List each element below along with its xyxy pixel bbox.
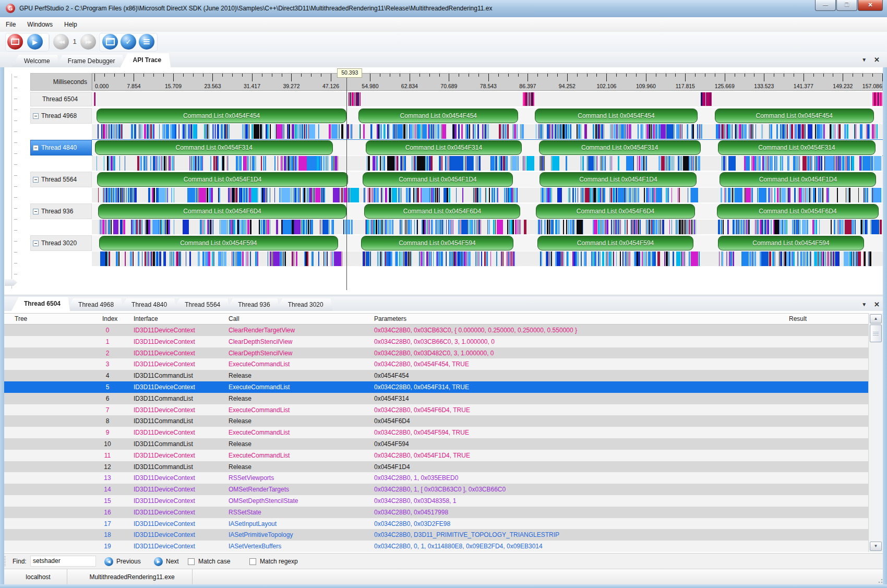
column-header-tree[interactable]: Tree <box>15 314 27 324</box>
thread-label-thread-936[interactable]: Thread 936 <box>30 203 92 219</box>
scroll-thumb[interactable] <box>870 325 882 342</box>
table-row[interactable]: 18ID3D11DeviceContextIASetPrimitiveTopol… <box>4 529 868 541</box>
match-case-option[interactable]: Match case <box>188 554 230 569</box>
table-row[interactable]: 19ID3D11DeviceContextIASetVertexBuffers0… <box>4 541 868 552</box>
command-list-bar[interactable]: Command List 0x0454F594 <box>99 236 338 250</box>
play-button[interactable]: ▶ <box>27 34 43 50</box>
command-list-bar[interactable]: Command List 0x0454F594 <box>718 236 865 250</box>
timeline-ruler[interactable]: 0.0007.85415.70923.56331.41739.27247.126… <box>92 73 883 91</box>
thread-label-thread-5564[interactable]: Thread 5564 <box>30 172 92 187</box>
column-header-interface[interactable]: Interface <box>134 314 158 324</box>
thread-label-thread-4840[interactable]: Thread 4840 <box>30 140 92 155</box>
command-list-bar[interactable]: Command List 0x0454F6D4 <box>364 204 520 219</box>
match-regexp-option[interactable]: Match regexp <box>249 554 298 569</box>
thread-activity-barcode[interactable] <box>92 156 883 171</box>
menu-help[interactable]: Help <box>58 17 83 32</box>
object-list-button[interactable] <box>139 34 154 50</box>
command-list-bar[interactable]: Command List 0x0454F454 <box>358 109 518 123</box>
table-row[interactable]: 14ID3D11DeviceContextOMSetRenderTargets0… <box>4 484 868 495</box>
thread-tab-thread-4968[interactable]: Thread 4968 <box>66 298 123 311</box>
command-list-bar[interactable]: Command List 0x0454F454 <box>715 109 874 123</box>
thread-tab-close-icon[interactable]: ✕ <box>874 301 880 308</box>
thread-tab-thread-936[interactable]: Thread 936 <box>225 298 279 311</box>
scroll-up-button[interactable]: ▲ <box>870 314 882 323</box>
close-button[interactable]: ✕ <box>858 0 883 11</box>
collapse-expander-icon[interactable] <box>33 177 39 183</box>
table-row[interactable]: 1ID3D11DeviceContextClearDepthStencilVie… <box>4 336 868 347</box>
thread-activity-barcode[interactable] <box>92 220 883 234</box>
table-row[interactable]: 7ID3D11DeviceContextExecuteCommandList0x… <box>4 404 868 416</box>
timeline-zoom-slider[interactable] <box>5 279 17 286</box>
table-row[interactable]: 6ID3D11CommandListRelease0x0454F314 <box>4 393 868 404</box>
table-row[interactable]: 11ID3D11DeviceContextExecuteCommandList0… <box>4 450 868 461</box>
match-regexp-checkbox[interactable] <box>249 558 256 565</box>
thread-tab-thread-6504[interactable]: Thread 6504 <box>11 297 70 311</box>
connection-button[interactable] <box>7 34 23 50</box>
thread-tab-dropdown-icon[interactable]: ▼ <box>861 301 867 308</box>
command-list-bar[interactable]: Command List 0x0454F314 <box>718 140 876 155</box>
collapse-expander-icon[interactable] <box>33 209 39 214</box>
command-list-bar[interactable]: Command List 0x0454F1D4 <box>540 172 697 187</box>
main-thread-activity[interactable] <box>92 92 883 106</box>
command-list-bar[interactable]: Command List 0x0454F1D4 <box>97 172 349 187</box>
tab-api-trace[interactable]: API Trace <box>121 53 171 67</box>
thread-label-thread-3020[interactable]: Thread 3020 <box>30 235 92 251</box>
command-list-bar[interactable]: Command List 0x0454F1D4 <box>363 172 512 187</box>
tab-welcome[interactable]: Welcome <box>11 55 59 67</box>
table-row[interactable]: 9ID3D11DeviceContextExecuteCommandList0x… <box>4 427 868 438</box>
tab-close-icon[interactable]: ✕ <box>874 56 880 64</box>
thread-activity-barcode[interactable] <box>92 124 883 139</box>
scroll-down-button[interactable]: ▼ <box>870 542 882 551</box>
collapse-expander-icon[interactable] <box>33 145 39 151</box>
table-row[interactable]: 10ID3D11CommandListRelease0x0454F594 <box>4 438 868 450</box>
thread-tab-thread-3020[interactable]: Thread 3020 <box>275 298 333 311</box>
table-row[interactable]: 3ID3D11DeviceContextExecuteCommandList0x… <box>4 358 868 370</box>
table-row[interactable]: 0ID3D11DeviceContextClearRenderTargetVie… <box>4 325 868 336</box>
command-list-bar[interactable]: Command List 0x0454F314 <box>539 140 701 155</box>
command-list-bar[interactable]: Command List 0x0454F6D4 <box>536 204 696 219</box>
command-list-bar[interactable]: Command List 0x0454F314 <box>95 140 333 155</box>
zoom-track[interactable] <box>11 74 12 289</box>
command-list-bar[interactable]: Command List 0x0454F454 <box>97 109 347 123</box>
table-row[interactable]: 17ID3D11DeviceContextIASetInputLayout0x0… <box>4 518 868 530</box>
title-bar[interactable]: G GPU PerfStudio 2 - C:\Program Files (x… <box>0 0 887 18</box>
column-header-parameters[interactable]: Parameters <box>374 314 406 324</box>
next-frame-button[interactable]: ▶▶ <box>80 34 96 50</box>
profiler-button[interactable]: ✓ <box>121 34 136 50</box>
table-row[interactable]: 8ID3D11CommandListRelease0x0454F6D4 <box>4 415 868 427</box>
thread-activity-barcode[interactable] <box>92 188 883 202</box>
vertical-scrollbar[interactable]: ▲ ▼ <box>868 313 883 552</box>
thread-activity-barcode[interactable] <box>92 251 883 266</box>
command-list-bar[interactable]: Command List 0x0454F6D4 <box>98 204 347 219</box>
command-list-bar[interactable]: Command List 0x0454F594 <box>537 236 694 250</box>
menu-windows[interactable]: Windows <box>21 17 58 32</box>
menu-file[interactable]: File <box>0 17 21 32</box>
screen-view-button[interactable] <box>102 34 118 50</box>
find-next-button[interactable]: ▶ Next <box>154 554 179 569</box>
collapse-expander-icon[interactable] <box>33 241 39 246</box>
thread-tab-thread-5564[interactable]: Thread 5564 <box>172 298 230 311</box>
table-row[interactable]: 5ID3D11DeviceContextExecuteCommandList0x… <box>4 381 868 393</box>
table-row[interactable]: 4ID3D11CommandListRelease0x0454F454 <box>4 370 868 381</box>
tab-dropdown-icon[interactable]: ▼ <box>861 56 867 64</box>
command-list-bar[interactable]: Command List 0x0454F1D4 <box>720 172 876 187</box>
time-marker-line[interactable] <box>346 73 347 290</box>
column-header-call[interactable]: Call <box>229 314 239 324</box>
maximize-button[interactable]: ❐ <box>836 0 857 11</box>
command-list-bar[interactable]: Command List 0x0454F454 <box>535 109 698 123</box>
table-row[interactable]: 13ID3D11DeviceContextRSSetViewports0x034… <box>4 472 868 484</box>
column-header-index[interactable]: Index <box>102 314 117 324</box>
thread-label-thread-4968[interactable]: Thread 4968 <box>30 108 92 124</box>
find-bar-grip[interactable] <box>4 556 6 567</box>
tab-frame-debugger[interactable]: Frame Debugger <box>55 55 125 67</box>
find-input[interactable]: setshader <box>30 556 96 567</box>
prev-frame-button[interactable]: ◀◀ <box>53 34 69 50</box>
table-row[interactable]: 16ID3D11DeviceContextRSSetState0x034C28B… <box>4 507 868 518</box>
find-previous-button[interactable]: ◀ Previous <box>104 554 141 569</box>
table-row[interactable]: 2ID3D11DeviceContextClearDepthStencilVie… <box>4 347 868 359</box>
table-row[interactable]: 12ID3D11CommandListRelease0x0454F1D4 <box>4 461 868 473</box>
command-list-bar[interactable]: Command List 0x0454F594 <box>361 236 513 250</box>
thread-tab-thread-4840[interactable]: Thread 4840 <box>119 298 176 311</box>
minimize-button[interactable]: — <box>815 0 836 11</box>
thread-label-thread-6504[interactable]: Thread 6504 <box>30 92 92 106</box>
